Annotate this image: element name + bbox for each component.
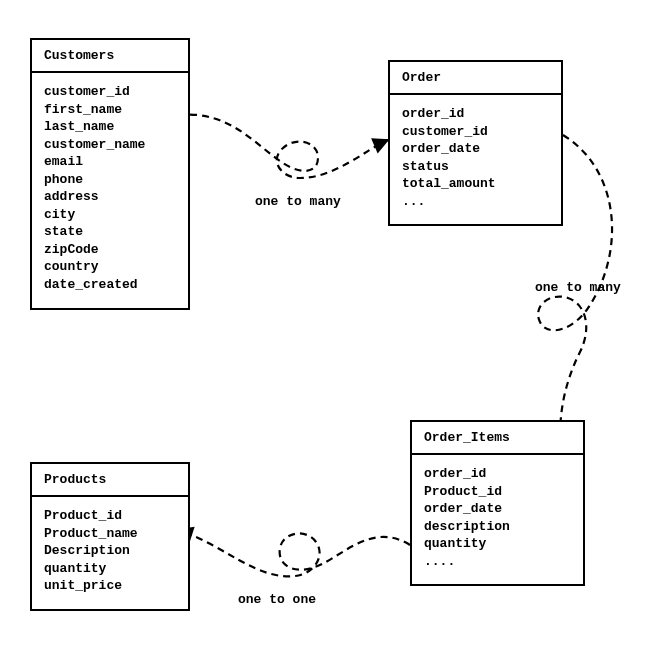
field: date_created (44, 276, 176, 294)
entity-customers-body: customer_id first_name last_name custome… (32, 73, 188, 308)
field: ... (402, 193, 549, 211)
field: customer_name (44, 136, 176, 154)
field: status (402, 158, 549, 176)
field: order_id (402, 105, 549, 123)
field: Product_id (424, 483, 571, 501)
field: email (44, 153, 176, 171)
entity-order: Order order_id customer_id order_date st… (388, 60, 563, 226)
entity-customers-title: Customers (32, 40, 188, 73)
field: customer_id (44, 83, 176, 101)
entity-order-items-body: order_id Product_id order_date descripti… (412, 455, 583, 584)
field: quantity (44, 560, 176, 578)
field: unit_price (44, 577, 176, 595)
field: country (44, 258, 176, 276)
entity-products-title: Products (32, 464, 188, 497)
label-orderitems-products: one to one (238, 592, 316, 607)
field: zipCode (44, 241, 176, 259)
field: total_amount (402, 175, 549, 193)
entity-products-body: Product_id Product_name Description quan… (32, 497, 188, 609)
field: address (44, 188, 176, 206)
rel-orderitems-products (178, 530, 410, 576)
field: .... (424, 553, 571, 571)
field: order_id (424, 465, 571, 483)
entity-order-title: Order (390, 62, 561, 95)
field: phone (44, 171, 176, 189)
rel-customers-order (178, 115, 388, 178)
field: quantity (424, 535, 571, 553)
label-order-orderitems: one to many (535, 280, 621, 295)
field: Product_id (44, 507, 176, 525)
entity-order-body: order_id customer_id order_date status t… (390, 95, 561, 224)
field: order_date (402, 140, 549, 158)
field: city (44, 206, 176, 224)
field: Product_name (44, 525, 176, 543)
field: Description (44, 542, 176, 560)
field: customer_id (402, 123, 549, 141)
entity-order-items: Order_Items order_id Product_id order_da… (410, 420, 585, 586)
field: last_name (44, 118, 176, 136)
field: first_name (44, 101, 176, 119)
entity-products: Products Product_id Product_name Descrip… (30, 462, 190, 611)
entity-order-items-title: Order_Items (412, 422, 583, 455)
field: order_date (424, 500, 571, 518)
field: state (44, 223, 176, 241)
label-customers-order: one to many (255, 194, 341, 209)
field: description (424, 518, 571, 536)
entity-customers: Customers customer_id first_name last_na… (30, 38, 190, 310)
